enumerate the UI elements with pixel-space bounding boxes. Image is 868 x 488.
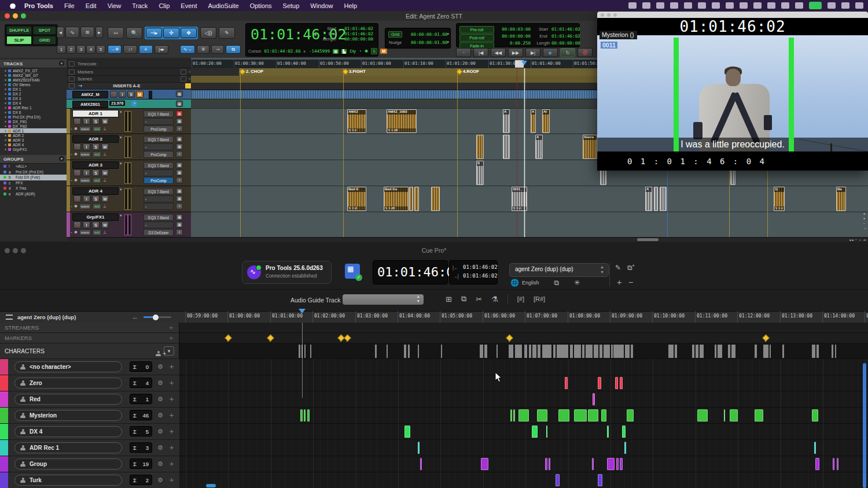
scene-grid-icon[interactable] bbox=[181, 76, 186, 82]
link-timeline-toggle[interactable]: ⊸ bbox=[211, 45, 224, 54]
m-button[interactable]: M bbox=[136, 91, 144, 98]
menu-pro-tools[interactable]: Pro Tools bbox=[24, 2, 53, 9]
cue-marker-diamond-icon[interactable] bbox=[506, 334, 513, 342]
cue-block[interactable] bbox=[620, 458, 623, 470]
character-name-pill[interactable]: Group bbox=[14, 459, 122, 469]
audio-clip[interactable]: Bad G↯ 0 dl bbox=[347, 187, 366, 211]
insert-slot-2[interactable]: • bbox=[144, 195, 174, 202]
cue-block[interactable] bbox=[420, 458, 422, 470]
character-row-red[interactable]: RedΣ1⚙＋ bbox=[0, 391, 179, 408]
grid-value-label[interactable]: Grid bbox=[388, 31, 402, 38]
shuffle-mode-button[interactable]: SHUFFLE bbox=[6, 26, 32, 35]
number-cues-icon[interactable]: [#] bbox=[517, 295, 524, 302]
audio-clip[interactable] bbox=[476, 135, 484, 159]
cue-block[interactable] bbox=[300, 409, 303, 422]
insert-slot-2[interactable]: • bbox=[144, 143, 174, 150]
network-icon[interactable] bbox=[642, 2, 650, 9]
cue-block[interactable] bbox=[620, 377, 623, 389]
character-settings-icon[interactable]: ⚙ bbox=[157, 476, 163, 483]
target-button[interactable]: ▣ bbox=[176, 110, 183, 117]
wave-view-pill[interactable]: wave bbox=[79, 126, 91, 132]
elastic-icon[interactable]: ✱ bbox=[74, 127, 78, 131]
cue-block[interactable] bbox=[601, 409, 606, 422]
cue-block[interactable] bbox=[304, 409, 306, 422]
link-track-edit-toggle[interactable]: ∿→ bbox=[180, 45, 195, 54]
insert-slot-2[interactable]: • bbox=[144, 118, 174, 125]
character-row--no-character-[interactable]: <no character>Σ0⚙＋ bbox=[0, 359, 179, 375]
track-header-grp-fx1[interactable]: Grp/FX1▾●ISM◔✱wavered⊥EQ3 7-Band•D3 DeEs… bbox=[67, 212, 191, 238]
sidebar-track-adr-1[interactable]: ADR 1 bbox=[0, 128, 67, 133]
i-button[interactable]: I bbox=[83, 118, 90, 125]
insert-slot-3[interactable]: ProComp bbox=[144, 125, 174, 132]
character-add-cue-icon[interactable]: ＋ bbox=[168, 363, 175, 371]
character-settings-icon[interactable]: ⚙ bbox=[157, 395, 163, 402]
streamers-row[interactable]: STREAMERS＋ bbox=[0, 323, 179, 333]
s-badge[interactable]: S bbox=[371, 48, 377, 54]
audio-clip[interactable]: A bbox=[531, 109, 536, 133]
cue-block[interactable] bbox=[556, 474, 560, 486]
track-header-amxz601[interactable]: AMXZ60123.976◔▣ bbox=[67, 99, 191, 109]
track-name[interactable]: AMXZ601 bbox=[72, 101, 108, 108]
character-row-mysterion[interactable]: MysterionΣ46⚙＋ bbox=[0, 408, 179, 424]
zoom-out-arrow-icon[interactable]: ◂ bbox=[57, 27, 64, 38]
cue-block[interactable] bbox=[545, 458, 547, 470]
character-settings-icon[interactable]: ⚙ bbox=[157, 363, 163, 370]
h-expand-icon[interactable]: ↔ bbox=[132, 314, 138, 320]
audio-clip[interactable]: A bbox=[503, 109, 510, 133]
magnifier-tool-icon[interactable]: 🔍 bbox=[126, 27, 142, 39]
zoom-preset-5[interactable]: 5 bbox=[96, 45, 105, 54]
shield-toggle-icon[interactable]: ⛨ bbox=[197, 45, 209, 54]
sidebar-track-ov-stereo[interactable]: OV Stereo bbox=[0, 82, 67, 87]
window-button[interactable]: ▣ bbox=[176, 195, 183, 202]
cue-block[interactable] bbox=[622, 426, 626, 438]
menu-event[interactable]: Event bbox=[181, 2, 197, 9]
markers-row[interactable]: MARKERS＋ bbox=[0, 333, 179, 343]
group-a[interactable]: aPrd DX (Prd DX) bbox=[0, 169, 67, 175]
return-to-zero-button[interactable]: |◀ bbox=[473, 48, 488, 57]
tracks-menu-icon[interactable]: ▾ bbox=[59, 61, 64, 66]
menu-help[interactable]: Help bbox=[344, 2, 357, 9]
track-header-adr-4[interactable]: ADR 4▾●ISM◔✱wavered⊥EQ3 7-Band••▣▣+ bbox=[67, 186, 191, 212]
clock-sync-icon[interactable]: ◔ bbox=[131, 101, 137, 106]
add-take-icon[interactable]: ＋ bbox=[615, 278, 623, 288]
character-add-cue-icon[interactable]: ＋ bbox=[168, 427, 175, 435]
character-name-pill[interactable]: Turk bbox=[14, 475, 122, 486]
battery-icon[interactable] bbox=[767, 2, 775, 9]
insertion-follow-toggle[interactable]: |◂▸ bbox=[155, 45, 168, 54]
sidebar-track-amxz-mx-gt[interactable]: AMXZ_MX_GT bbox=[0, 73, 67, 77]
selector-tool-icon[interactable]: ✣ bbox=[163, 28, 179, 38]
mirrored-edit-toggle[interactable]: ↓↑ bbox=[123, 45, 137, 54]
character-row-turk[interactable]: TurkΣ2⚙＋ bbox=[0, 472, 179, 488]
sidebar-track-dx-1[interactable]: DX 1 bbox=[0, 87, 67, 91]
grid-badge[interactable]: ▦ bbox=[333, 49, 339, 54]
group-c[interactable]: cPFX bbox=[0, 180, 67, 186]
record-enable-button[interactable]: ● bbox=[73, 221, 81, 228]
elastic-icon[interactable]: ✱ bbox=[74, 178, 78, 183]
track-dropdown-icon[interactable]: ▾ bbox=[120, 213, 122, 218]
track-dropdown-icon[interactable]: ▾ bbox=[120, 110, 122, 114]
audio-clip[interactable]: AMXZ_1003↯ 0 dB bbox=[387, 109, 417, 133]
audio-clip[interactable] bbox=[414, 187, 419, 211]
add-insert-button[interactable]: + bbox=[176, 125, 183, 132]
clock-small-icon[interactable]: ◔ bbox=[70, 153, 72, 157]
cue-block[interactable] bbox=[513, 409, 515, 422]
sidebar-track-dx-6[interactable]: DX 6 bbox=[0, 110, 67, 114]
record-enable-button[interactable]: ● bbox=[73, 143, 81, 150]
sidebar-track-amxz-fx-gt[interactable]: AMXZ_FX_GT bbox=[0, 68, 67, 73]
insert-slot-1[interactable]: EQ3 7-Band bbox=[144, 136, 174, 143]
menu-file[interactable]: File bbox=[64, 2, 75, 9]
record-pause-button[interactable]: Ⓟ bbox=[578, 48, 593, 57]
add-insert-button[interactable]: + bbox=[176, 151, 183, 157]
sidebar-track-dx-4[interactable]: DX 4 bbox=[0, 101, 67, 105]
clip-badge[interactable]: ▙ bbox=[341, 49, 347, 54]
track-name[interactable]: ADR 1 bbox=[72, 110, 119, 117]
spiral-icon[interactable] bbox=[698, 2, 706, 9]
track-mini-button[interactable]: ▣ bbox=[176, 101, 183, 107]
character-add-cue-icon[interactable]: ＋ bbox=[168, 460, 175, 468]
audio-clip[interactable] bbox=[660, 187, 667, 211]
clock-small-icon[interactable]: ◔ bbox=[70, 231, 72, 235]
groups-menu-icon[interactable]: ▾ bbox=[59, 156, 64, 161]
grid-dropdown-icon[interactable]: ▾ bbox=[447, 32, 449, 36]
cue-block[interactable] bbox=[588, 409, 598, 422]
track-dropdown-icon[interactable]: ▾ bbox=[120, 187, 122, 192]
